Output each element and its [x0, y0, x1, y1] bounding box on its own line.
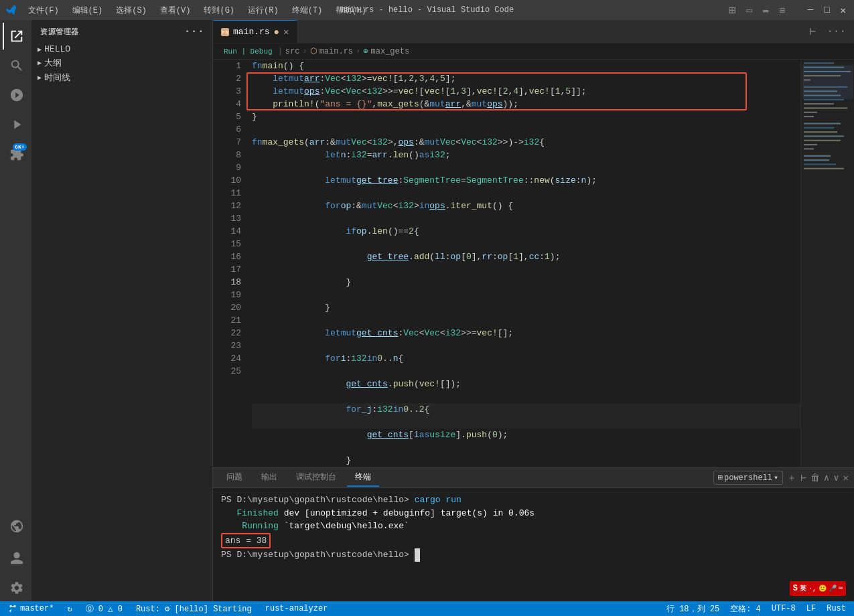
svg-rect-17 [804, 135, 844, 137]
menu-goto[interactable]: 转到(G) [201, 3, 237, 17]
activity-account[interactable] [3, 545, 29, 572]
close-panel-icon[interactable]: ✕ [843, 472, 849, 483]
code-line-3: let mut ops: Vec<Vec<i32>> = vec![vec![1… [252, 85, 800, 98]
breadcrumb-run-debug[interactable]: Run | Debug [221, 47, 275, 56]
line-num-14: 14 [218, 225, 241, 238]
terminal-content[interactable]: PS D:\mysetup\gopath\rustcode\hello> car… [213, 488, 854, 601]
layout-icon[interactable]: ⊞ [726, 3, 739, 17]
errors-label: ⓪ 0 △ 0 [86, 603, 123, 615]
code-line-6 [252, 123, 800, 136]
line-num-1: 1 [218, 60, 241, 72]
menu-edit[interactable]: 编辑(E) [70, 3, 106, 17]
sidebar-toggle-icon[interactable]: ▭ [743, 5, 754, 16]
status-position[interactable]: 行 18，列 25 [664, 603, 722, 615]
activity-explorer[interactable] [3, 23, 29, 50]
svg-rect-21 [804, 155, 831, 157]
menu-select[interactable]: 选择(S) [113, 3, 149, 17]
extensions-badge: 6K+ [13, 143, 26, 151]
svg-rect-9 [804, 99, 844, 100]
status-rust-analyzer[interactable]: rust-analyzer [263, 601, 331, 616]
status-rust-starting[interactable]: Rust: ⚙ [hello] Starting [133, 601, 255, 616]
line-num-10: 10 [218, 174, 241, 187]
code-line-1: fn main() { [252, 60, 800, 72]
status-encoding[interactable]: UTF-8 [769, 604, 798, 613]
breadcrumb-fn-icon: ⊕ [363, 46, 368, 56]
split-terminal-icon[interactable]: ⊢ [800, 472, 806, 483]
code-line-2: let mut arr: Vec<i32> = vec![1, 2, 3, 4,… [252, 72, 800, 85]
menu-file[interactable]: 文件(F) [25, 3, 62, 17]
terminal-dropdown[interactable]: ⊞ powershell ▾ [713, 471, 783, 485]
close-button[interactable]: ✕ [838, 5, 849, 16]
terminal-running-text: Running [221, 521, 279, 531]
svg-rect-1 [804, 62, 834, 64]
breadcrumb-fn[interactable]: max_gets [371, 47, 410, 56]
sidebar-item-outline[interactable]: ▶ 大纲 [32, 56, 212, 70]
maximize-button[interactable]: □ [821, 5, 832, 15]
panel-tab-problems[interactable]: 问题 [218, 469, 251, 487]
terminal-ans-value: ans = 38 [221, 533, 271, 549]
more-actions-icon[interactable]: ··· [824, 24, 849, 39]
sidebar-item-hello[interactable]: ▶ HELLO [32, 43, 212, 56]
panel-tab-output[interactable]: 输出 [253, 469, 285, 487]
breadcrumb-src[interactable]: src [285, 47, 300, 56]
terminal-line-running: Running `target\debug\hello.exe` [221, 520, 846, 533]
menu-terminal[interactable]: 终端(T) [289, 3, 326, 17]
activity-settings[interactable] [3, 574, 29, 601]
line-num-13: 13 [218, 212, 241, 225]
code-line-18: 💡 for _j: i32 in 0..2 { [252, 403, 800, 429]
editor-tab-main-rs[interactable]: rs main.rs ● ✕ [213, 20, 297, 43]
tab-modified-dot: ● [274, 27, 279, 37]
line-num-24: 24 [218, 352, 241, 365]
line-num-6: 6 [218, 123, 241, 136]
panel-tab-debug-console[interactable]: 调试控制台 [288, 469, 344, 487]
activity-source-control[interactable] [3, 82, 29, 108]
status-language[interactable]: Rust [824, 604, 849, 613]
svg-rect-23 [804, 163, 836, 165]
svg-rect-14 [804, 123, 841, 125]
minimize-button[interactable]: ─ [805, 5, 816, 15]
status-errors[interactable]: ⓪ 0 △ 0 [83, 601, 125, 616]
breadcrumb-file[interactable]: main.rs [319, 47, 353, 56]
svg-rect-16 [804, 131, 837, 133]
terminal-line-prompt2: PS D:\mysetup\gopath\rustcode\hello> [221, 548, 846, 562]
status-right: 行 18，列 25 空格: 4 UTF-8 LF Rust [664, 603, 849, 615]
grid-icon[interactable]: ⊞ [776, 5, 787, 16]
chevron-up-icon[interactable]: ∧ [824, 472, 829, 483]
status-sync[interactable]: ↻ [64, 601, 74, 616]
sidebar-more-button[interactable]: ··· [184, 25, 204, 37]
svg-rect-12 [804, 112, 817, 113]
line-num-11: 11 [218, 187, 241, 200]
line-endings-label: LF [806, 604, 816, 613]
tab-close-button[interactable]: ✕ [283, 27, 289, 37]
hint-bulb-icon[interactable]: 💡 [246, 403, 248, 416]
trash-terminal-icon[interactable]: 🗑 [810, 473, 820, 483]
sidebar: 资源管理器 ··· ▶ HELLO ▶ 大纲 ▶ 时间线 [32, 20, 213, 601]
menu-run[interactable]: 运行(R) [245, 3, 281, 17]
status-spaces[interactable]: 空格: 4 [727, 603, 764, 615]
activity-remote[interactable] [3, 513, 29, 540]
status-line-endings[interactable]: LF [804, 604, 819, 613]
sidebar-item-timeline[interactable]: ▶ 时间线 [32, 70, 212, 85]
panel-toggle-icon[interactable]: ▬ [760, 5, 771, 15]
breadcrumb-file-icon: ⬡ [310, 46, 317, 56]
language-label: Rust [827, 604, 846, 613]
activity-run-debug[interactable] [3, 111, 29, 138]
split-editor-icon[interactable]: ⊢ [807, 23, 819, 40]
status-branch[interactable]: master* [5, 601, 56, 616]
panel-tab-terminal[interactable]: 终端 [347, 469, 379, 487]
code-content[interactable]: fn main() { let mut arr: Vec<i32> = vec!… [246, 60, 800, 467]
tab-label: main.rs [233, 27, 270, 37]
line-num-20: 20 [218, 301, 241, 314]
chevron-down-icon[interactable]: ∨ [833, 472, 839, 483]
expand-arrow: ▶ [38, 59, 42, 67]
vscode-icon [5, 4, 17, 16]
svg-rect-22 [804, 159, 829, 161]
menu-view[interactable]: 查看(V) [157, 3, 194, 17]
sync-icon: ↻ [67, 604, 72, 614]
activity-search[interactable] [3, 52, 29, 79]
code-line-15: let mut get_cnts: Vec<Vec<i32>> = vec![]… [252, 327, 800, 352]
rust-file-icon: rs [221, 28, 229, 36]
add-terminal-icon[interactable]: ＋ [787, 472, 796, 484]
code-line-10: for op: &mut Vec<i32> in ops.iter_mut() … [252, 200, 800, 225]
activity-extensions[interactable]: 6K+ [3, 141, 29, 167]
